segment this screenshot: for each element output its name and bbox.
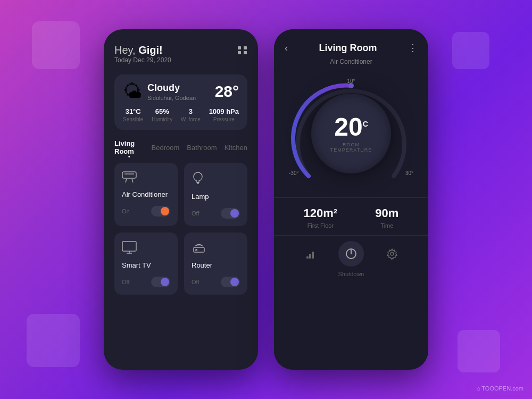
router-name: Router (192, 261, 240, 269)
svg-point-12 (198, 244, 200, 246)
svg-line-2 (126, 179, 127, 182)
settings-icon (386, 248, 398, 260)
svg-rect-14 (306, 256, 309, 259)
bars-button[interactable] (297, 241, 323, 267)
temp-unit: C (363, 120, 368, 128)
svg-line-3 (132, 179, 133, 182)
tv-status: Off (122, 279, 129, 285)
stat-value-2: 3 (181, 107, 201, 115)
lamp-status: Off (192, 210, 199, 217)
settings-button[interactable] (379, 241, 405, 267)
stat-label-3: Pressure (209, 117, 239, 122)
tv-name: Smart TV (122, 261, 170, 269)
stat-wind: 3 W. force (181, 107, 201, 122)
temperature-circle: 20C ROOMTEMPERATURE (311, 94, 391, 173)
greeting-text: Hey, Gigi! Today Dec 29, 2020 (114, 44, 171, 71)
bars-icon (304, 249, 316, 259)
phone-left: Hey, Gigi! Today Dec 29, 2020 🌤 Cloudy S… (104, 29, 258, 370)
tab-bedroom[interactable]: Bedroom (152, 144, 180, 152)
weather-condition: Cloudy (147, 82, 196, 94)
room-tabs: Living Room Bedroom Bathroom Kitchen (114, 139, 247, 155)
weather-icon: 🌤 (123, 82, 142, 101)
area-value: 120m² (304, 206, 338, 220)
dial-label-top: 10° (347, 78, 355, 84)
temperature-dial[interactable]: 10° -30° 30° 20C ROOMTEMPERATURE (274, 70, 428, 197)
ac-name: Air Conditioner (122, 190, 170, 198)
lamp-toggle[interactable] (221, 208, 240, 219)
weather-location: Sidoluhur, Godean (147, 95, 196, 101)
ac-toggle-row: On (122, 206, 170, 217)
info-time: 90m Time (375, 206, 398, 229)
device-grid: Air Conditioner On (114, 163, 247, 295)
dial-label-left: -30° (289, 170, 298, 176)
tv-icon (122, 241, 170, 257)
device-card-ac[interactable]: Air Conditioner On (114, 163, 178, 226)
temperature-value: 20C (334, 114, 368, 140)
device-card-tv[interactable]: Smart TV Off (114, 232, 178, 295)
time-label: Time (375, 222, 398, 229)
ac-icon (122, 171, 170, 186)
device-card-router[interactable]: Router Off (184, 232, 247, 295)
stat-value-0: 31°C (123, 107, 143, 115)
weather-card: 🌤 Cloudy Sidoluhur, Godean 28° 31°C Sens… (114, 74, 247, 130)
lamp-icon (192, 171, 240, 188)
time-value: 90m (375, 206, 398, 220)
info-area: 120m² First Floor (304, 206, 338, 229)
power-icon (345, 248, 357, 260)
grid-icon[interactable] (238, 46, 247, 54)
tv-toggle-row: Off (122, 277, 170, 287)
phone-right: ‹ Living Room ⋮ Air Conditioner (274, 29, 428, 370)
area-label: First Floor (304, 222, 338, 229)
weather-temperature: 28° (215, 82, 239, 101)
device-card-lamp[interactable]: Lamp Off (184, 163, 247, 226)
bottom-controls (274, 236, 428, 271)
greeting-name: Gigi! (138, 44, 163, 56)
room-title: Living Room (319, 43, 377, 54)
tv-toggle[interactable] (151, 277, 170, 287)
tab-bathroom[interactable]: Bathroom (187, 144, 217, 152)
ac-toggle[interactable] (151, 206, 170, 217)
ac-device-label: Air Conditioner (274, 58, 428, 65)
router-status: Off (192, 279, 199, 285)
stat-sensible: 31°C Sensible (123, 107, 143, 122)
stat-label-0: Sensible (123, 117, 143, 122)
stat-label-2: W. force (181, 117, 201, 122)
more-button[interactable]: ⋮ (408, 42, 418, 54)
router-toggle-row: Off (192, 277, 240, 287)
stat-value-3: 1009 hPa (209, 107, 239, 115)
stat-pressure: 1009 hPa Pressure (209, 107, 239, 122)
svg-point-19 (390, 252, 394, 255)
back-button[interactable]: ‹ (285, 43, 288, 54)
info-row: 120m² First Floor 90m Time (274, 198, 428, 235)
date-display: Today Dec 29, 2020 (114, 56, 171, 64)
temp-sub-label: ROOMTEMPERATURE (330, 142, 372, 153)
tab-living-room[interactable]: Living Room (114, 139, 144, 155)
stat-humidity: 65% Humidity (152, 107, 172, 122)
router-toggle[interactable] (221, 277, 240, 287)
svg-rect-0 (122, 172, 136, 178)
watermark: ⌂ TOOOPEN.com (477, 385, 523, 392)
stat-label-1: Humidity (152, 117, 172, 122)
svg-rect-6 (122, 242, 136, 251)
left-header: Hey, Gigi! Today Dec 29, 2020 (114, 44, 247, 71)
greeting-prefix: Hey, (114, 44, 138, 56)
ac-status: On (122, 208, 130, 214)
right-header: ‹ Living Room ⋮ (274, 29, 428, 58)
tab-kitchen[interactable]: Kitchen (225, 144, 247, 152)
weather-stats: 31°C Sensible 65% Humidity 3 W. force 10… (123, 107, 239, 122)
dial-label-right: 30° (405, 170, 413, 176)
router-icon (192, 241, 240, 257)
shutdown-label: Shutdown (274, 271, 428, 286)
lamp-name: Lamp (192, 193, 240, 201)
stat-value-1: 65% (152, 107, 172, 115)
svg-rect-16 (312, 252, 314, 259)
lamp-toggle-row: Off (192, 208, 240, 219)
svg-rect-15 (309, 254, 311, 259)
phones-container: Hey, Gigi! Today Dec 29, 2020 🌤 Cloudy S… (104, 29, 428, 370)
power-button[interactable] (338, 241, 364, 267)
